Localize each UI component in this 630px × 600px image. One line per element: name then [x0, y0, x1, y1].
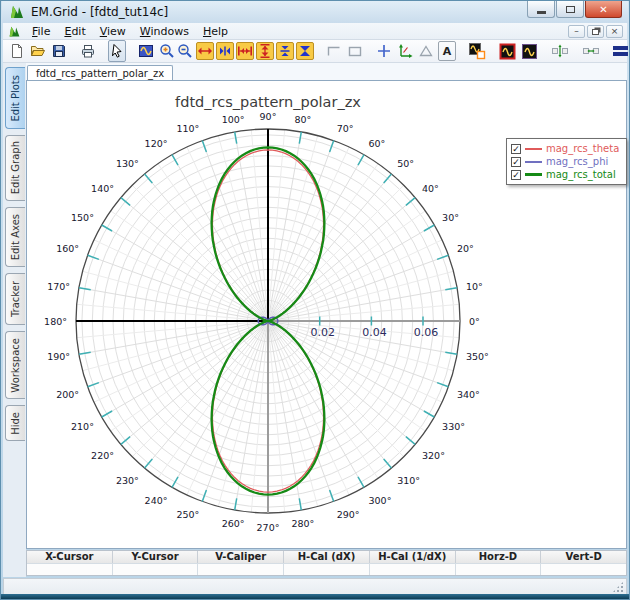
- tab-fdtd-rcs-pattern-polar-zx[interactable]: fdtd_rcs_pattern_polar_zx: [27, 65, 173, 80]
- svg-text:50°: 50°: [397, 158, 414, 169]
- readout-cell: [456, 563, 542, 575]
- svg-text:350°: 350°: [466, 351, 489, 362]
- maximize-button[interactable]: [556, 1, 584, 18]
- edit-graph-button[interactable]: [498, 41, 517, 61]
- readout-header: H-Cal (1/dX): [370, 551, 456, 563]
- sidebar-tab-label: Hide: [10, 412, 21, 435]
- readout-cell: [113, 563, 199, 575]
- mdi-restore-icon: [592, 29, 599, 35]
- readout-header: H-Cal (dX): [284, 551, 370, 563]
- svg-text:fdtd_rcs_pattern_polar_zx: fdtd_rcs_pattern_polar_zx: [175, 94, 361, 110]
- mdi-close-button[interactable]: ×: [606, 25, 623, 38]
- sidebar-tab-edit-graph[interactable]: Edit Graph: [5, 135, 25, 201]
- readout-cell: [370, 563, 456, 575]
- fit-y-icon: [297, 43, 313, 59]
- compress-x-button[interactable]: [216, 42, 234, 60]
- mdi-restore-button[interactable]: [587, 25, 604, 38]
- crosshair-button[interactable]: [375, 41, 393, 61]
- legend-line-swatch: [525, 148, 542, 150]
- graph-properties-button[interactable]: [520, 41, 539, 61]
- sidebar-tab-edit-plots[interactable]: Edit Plots: [5, 67, 25, 129]
- legend-label: mag_rcs_total: [546, 169, 616, 180]
- svg-text:310°: 310°: [397, 475, 420, 486]
- svg-text:170°: 170°: [47, 281, 70, 292]
- mdi-minimize-icon: –: [574, 27, 579, 36]
- readout-cell: [198, 563, 284, 575]
- edit-graph-icon: [499, 43, 516, 60]
- menu-edit[interactable]: Edit: [57, 24, 92, 39]
- layout-button[interactable]: Layout: [613, 44, 630, 58]
- legend-line-swatch: [525, 173, 542, 176]
- axes-tool-button[interactable]: [396, 41, 414, 61]
- mdi-close-icon: ×: [611, 27, 619, 36]
- minimize-button[interactable]: [527, 1, 555, 18]
- mdi-child-icon: [8, 25, 21, 38]
- new-graph-button[interactable]: [467, 41, 487, 61]
- readout-header: V-Caliper: [198, 551, 284, 563]
- pointer-arrow-icon: [109, 43, 125, 59]
- legend-checkbox[interactable]: ✓: [511, 170, 521, 180]
- title-bar: EM.Grid - [fdtd_tut14c] ✕: [2, 1, 628, 23]
- print-icon: [80, 43, 96, 59]
- menu-file[interactable]: File: [25, 24, 57, 39]
- pointer-tool-button[interactable]: [108, 40, 126, 62]
- svg-text:330°: 330°: [442, 421, 465, 432]
- axes-icon: [397, 43, 413, 59]
- svg-text:230°: 230°: [116, 475, 139, 486]
- align-horizontal-button[interactable]: [581, 41, 601, 61]
- fit-x-icon: [237, 43, 253, 59]
- fit-x-button[interactable]: [236, 42, 254, 60]
- text-tool-button[interactable]: A: [438, 41, 456, 61]
- align-vertical-button[interactable]: [550, 41, 570, 61]
- sidebar-tab-edit-axes[interactable]: Edit Axes: [5, 207, 25, 267]
- svg-text:150°: 150°: [71, 212, 94, 223]
- readout-header: X-Cursor: [27, 551, 113, 563]
- zoom-out-icon: [177, 43, 193, 59]
- mdi-minimize-button[interactable]: –: [568, 25, 585, 38]
- text-a-icon: A: [439, 43, 455, 59]
- expand-x-button[interactable]: [196, 42, 214, 60]
- legend-entry-mag_rcs_total: ✓mag_rcs_total: [511, 168, 619, 181]
- sidebar-tab-hide[interactable]: Hide: [5, 405, 25, 441]
- legend[interactable]: ✓mag_rcs_theta✓mag_rcs_phi✓mag_rcs_total: [506, 138, 627, 185]
- svg-text:240°: 240°: [145, 495, 168, 506]
- readout-header: Vert-D: [541, 551, 626, 563]
- zoom-in-button[interactable]: [158, 41, 176, 61]
- triangle-icon: [418, 43, 434, 59]
- fit-plot-icon: [138, 43, 154, 59]
- plot-panel: 0°10°20°30°40°50°60°70°80°90°100°110°120…: [26, 80, 627, 549]
- svg-text:270°: 270°: [257, 522, 280, 533]
- svg-text:120°: 120°: [145, 138, 168, 149]
- expand-y-button[interactable]: [256, 42, 274, 60]
- app-logo-icon: [9, 4, 25, 20]
- menu-help[interactable]: Help: [196, 24, 235, 39]
- legend-checkbox[interactable]: ✓: [511, 144, 521, 154]
- compress-y-button[interactable]: [276, 42, 294, 60]
- save-button[interactable]: [50, 41, 68, 61]
- toolbar: A Layout: [3, 40, 627, 63]
- fit-y-button[interactable]: [296, 42, 314, 60]
- sidebar-tab-tracker[interactable]: Tracker: [5, 273, 25, 325]
- corner-select-button[interactable]: [325, 41, 343, 61]
- fit-view-button[interactable]: [137, 41, 155, 61]
- compress-y-icon: [277, 43, 293, 59]
- close-icon: ✕: [599, 4, 607, 15]
- print-button[interactable]: [79, 41, 97, 61]
- slope-tool-button[interactable]: [417, 41, 435, 61]
- svg-text:200°: 200°: [56, 389, 79, 400]
- open-button[interactable]: [29, 41, 47, 61]
- resize-grip-icon[interactable]: [612, 581, 624, 593]
- new-document-button[interactable]: [8, 41, 26, 61]
- menu-windows[interactable]: Windows: [133, 24, 196, 39]
- crosshair-icon: [376, 43, 392, 59]
- svg-text:130°: 130°: [116, 158, 139, 169]
- svg-text:60°: 60°: [369, 138, 386, 149]
- close-button[interactable]: ✕: [585, 1, 622, 18]
- rect-select-button[interactable]: [346, 41, 364, 61]
- sidebar-tab-workspace[interactable]: Workspace: [5, 331, 25, 399]
- sidebar: Edit PlotsEdit GraphEdit AxesTrackerWork…: [3, 63, 26, 577]
- menu-view[interactable]: View: [93, 24, 133, 39]
- minimize-icon: [537, 11, 546, 14]
- legend-checkbox[interactable]: ✓: [511, 157, 521, 167]
- zoom-out-button[interactable]: [176, 41, 194, 61]
